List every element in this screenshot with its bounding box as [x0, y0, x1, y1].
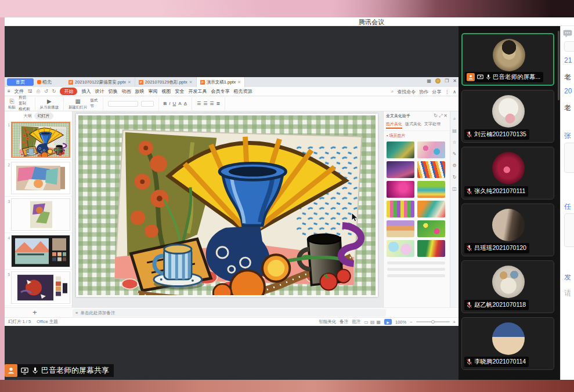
close-window-icon[interactable]: ✕ [453, 78, 457, 84]
gallery-thumb[interactable] [387, 161, 414, 178]
find-command[interactable]: 查找命令 [397, 89, 416, 95]
align-center-button[interactable]: ☰ [203, 101, 207, 106]
close-tab-icon[interactable]: ✕ [189, 80, 193, 85]
collab-button[interactable]: 协作 [419, 89, 428, 95]
zoom-level[interactable]: 100% [395, 320, 406, 325]
close-panel-icon[interactable]: ✕ [443, 113, 447, 118]
mini-star-icon[interactable]: ☆ [452, 140, 456, 145]
share-button[interactable]: 分享 [432, 89, 441, 95]
menu-member[interactable]: 会员专享 [211, 88, 229, 95]
gallery-thumb[interactable] [417, 141, 445, 158]
gallery-thumb[interactable] [417, 161, 445, 178]
paste-button[interactable]: ⎘ 粘贴 [8, 98, 16, 110]
menu-review[interactable]: 审阅 [148, 88, 157, 95]
menu-security[interactable]: 安全 [175, 88, 184, 95]
mini-history-icon[interactable]: ↻ [453, 175, 457, 180]
scene-images-link[interactable]: • 场景图片 [384, 131, 450, 140]
sorter-view-icon[interactable]: ▤ [370, 320, 375, 325]
bullets-button[interactable]: ≣ [216, 101, 221, 106]
participant-tile[interactable]: 吕瑶瑶2021070120 [461, 204, 554, 256]
participant-tile[interactable]: 李晓腾2021070114 [461, 317, 554, 370]
slide-canvas[interactable] [76, 114, 378, 297]
wps-doc-tab-3[interactable]: P 演示文稿1.pptx ✕ [197, 77, 245, 87]
mini-window-icon[interactable]: ◫ [452, 186, 457, 191]
notes-input[interactable]: ≡ 单击此处添加备注 [73, 309, 386, 317]
search-icon[interactable]: ⌕ [391, 89, 394, 95]
panel-tab-image[interactable]: 图片美化 [386, 121, 402, 129]
font-color-button[interactable]: A [178, 101, 181, 106]
print-icon[interactable]: ⎙ [37, 89, 40, 95]
add-slide-button[interactable]: + [33, 308, 37, 317]
mini-edit-icon[interactable]: ✎ [453, 151, 457, 157]
font-name-box[interactable] [108, 101, 138, 107]
zoom-out-button[interactable]: − [410, 320, 412, 325]
reading-view-icon[interactable]: ▦ [376, 320, 381, 325]
layout-button[interactable]: 版式 [91, 98, 98, 103]
normal-view-icon[interactable]: ▭ [364, 320, 369, 325]
gallery-thumb[interactable] [387, 181, 414, 198]
gallery-thumb[interactable] [387, 201, 414, 217]
collapse-ribbon-icon[interactable]: ∧ [453, 89, 456, 95]
participant-tile[interactable]: 赵乙帆2021070118 [461, 260, 554, 313]
slides-tab[interactable]: 幻灯片 [34, 112, 53, 119]
underline-button[interactable]: U [173, 101, 176, 106]
menu-docer-res[interactable]: 稻壳资源 [233, 88, 252, 95]
chat-send-label[interactable]: 发 [564, 273, 571, 282]
section-button[interactable]: 节 [91, 104, 98, 109]
refresh-icon[interactable]: ↻ [434, 113, 438, 118]
save-icon[interactable]: 🖫 [28, 89, 33, 94]
chat-bubble-icon[interactable] [563, 30, 572, 38]
gallery-thumb[interactable] [387, 141, 414, 158]
char-spacing-button[interactable]: A̲ [184, 101, 187, 106]
participant-tile[interactable]: 刘云楠2021070135 [461, 90, 554, 143]
redo-icon[interactable]: ↻ [52, 89, 56, 94]
mini-settings-icon[interactable]: ⚙ [452, 163, 456, 168]
wps-home-tab[interactable]: 首页 [7, 78, 34, 86]
bold-button[interactable]: B [164, 101, 167, 106]
gallery-thumb[interactable] [417, 220, 445, 237]
more-icon[interactable]: ⋮ [445, 89, 449, 95]
menu-animation[interactable]: 动画 [121, 88, 131, 95]
menu-view[interactable]: 视图 [161, 88, 171, 95]
gallery-thumb[interactable] [417, 201, 445, 217]
file-menu[interactable]: 文件 [15, 88, 24, 95]
zoom-in-button[interactable]: + [453, 320, 456, 325]
panel-tab-text[interactable]: 文字处理 [424, 121, 441, 129]
italic-button[interactable]: I [169, 101, 170, 106]
panel-tab-layout[interactable]: 版式美化 [405, 121, 421, 129]
gallery-thumb[interactable] [387, 240, 414, 257]
smart-beautify-button[interactable]: 智能美化 [319, 319, 336, 325]
participant-tile[interactable]: 巴音老师的屏幕... [461, 33, 554, 86]
participants-scrollbar[interactable] [558, 31, 559, 100]
slide-thumbnail-2[interactable] [11, 162, 70, 194]
font-size-box[interactable] [141, 101, 154, 107]
close-tab-icon[interactable]: ✕ [128, 80, 131, 85]
play-from-current-button[interactable]: ▶ 从当前播放 [40, 98, 59, 110]
slide-thumbnail-1[interactable] [11, 122, 70, 158]
menu-design[interactable]: 设计 [95, 88, 104, 95]
close-tab-icon[interactable]: ✕ [237, 80, 241, 85]
zoom-slider[interactable] [416, 321, 450, 322]
notes-toggle[interactable]: 备注 [340, 319, 348, 325]
wps-doc-tab-2[interactable]: P 2021070129色彩.pptx ✕ [135, 77, 197, 87]
participant-tile[interactable]: 张久纯2021070111 [461, 147, 554, 199]
menu-start[interactable]: 开始 [60, 88, 77, 95]
mini-search-icon[interactable]: ⌕ [453, 116, 456, 122]
wps-account-avatar[interactable] [435, 78, 441, 84]
comments-toggle[interactable]: 批注 [352, 319, 360, 325]
menu-transition[interactable]: 切换 [108, 88, 117, 95]
gallery-thumb[interactable] [417, 240, 445, 257]
undo-icon[interactable]: ↺ [44, 89, 48, 94]
align-right-button[interactable]: ☰ [210, 101, 214, 106]
mini-panel-icon[interactable]: ▤ [452, 128, 457, 133]
wps-doc-tab-1[interactable]: P 2021070122蒙德里安.pptx ✕ [65, 77, 135, 87]
slide-thumbnail-5[interactable] [11, 271, 70, 304]
new-slide-button[interactable]: ▦ 新建幻灯片 [68, 98, 88, 110]
menu-devtools[interactable]: 开发工具 [188, 88, 207, 95]
restore-window-icon[interactable]: ❐ [445, 78, 449, 84]
gallery-thumb[interactable] [417, 181, 445, 198]
gallery-thumb[interactable] [387, 220, 414, 237]
slideshow-button[interactable]: ▶ [384, 319, 392, 325]
outline-tab[interactable]: 大纲 [24, 113, 32, 119]
slide-thumbnail-3[interactable] [11, 198, 70, 231]
